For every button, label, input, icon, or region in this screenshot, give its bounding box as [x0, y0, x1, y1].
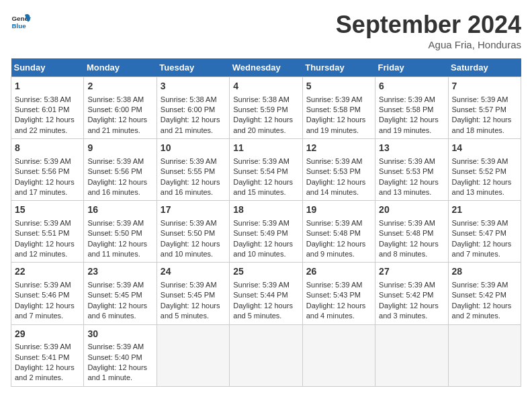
sunset-text: Sunset: 5:45 PM	[161, 291, 215, 299]
daylight-text: Daylight: 12 hours and 14 minutes.	[306, 178, 366, 196]
sunset-text: Sunset: 5:53 PM	[306, 167, 361, 175]
logo: General Blue	[11, 11, 31, 31]
sunrise-text: Sunrise: 5:39 AM	[306, 219, 363, 227]
table-row: 1Sunrise: 5:38 AMSunset: 6:01 PMDaylight…	[11, 77, 84, 139]
sunset-text: Sunset: 5:48 PM	[379, 229, 433, 237]
table-row: 5Sunrise: 5:39 AMSunset: 5:58 PMDaylight…	[302, 77, 375, 139]
daylight-text: Daylight: 12 hours and 8 minutes.	[379, 240, 439, 258]
day-number: 30	[87, 328, 152, 341]
sunrise-text: Sunrise: 5:39 AM	[15, 157, 71, 165]
day-number: 20	[379, 203, 444, 217]
sunrise-text: Sunrise: 5:39 AM	[379, 281, 435, 289]
table-row: 30Sunrise: 5:39 AMSunset: 5:40 PMDayligh…	[84, 324, 157, 386]
sunset-text: Sunset: 5:50 PM	[87, 229, 142, 237]
table-row: 17Sunrise: 5:39 AMSunset: 5:50 PMDayligh…	[157, 201, 229, 263]
col-friday: Friday	[375, 58, 448, 77]
sunrise-text: Sunrise: 5:39 AM	[233, 157, 290, 165]
daylight-text: Daylight: 12 hours and 16 minutes.	[87, 178, 147, 196]
table-row: 26Sunrise: 5:39 AMSunset: 5:43 PMDayligh…	[302, 263, 375, 324]
daylight-text: Daylight: 12 hours and 17 minutes.	[15, 178, 75, 196]
day-number: 26	[306, 265, 371, 279]
table-row	[157, 324, 229, 386]
daylight-text: Daylight: 12 hours and 19 minutes.	[306, 116, 366, 134]
sunset-text: Sunset: 5:59 PM	[233, 105, 287, 113]
table-row: 22Sunrise: 5:39 AMSunset: 5:46 PMDayligh…	[11, 263, 84, 324]
daylight-text: Daylight: 12 hours and 5 minutes.	[161, 302, 220, 320]
day-number: 28	[452, 265, 517, 279]
table-row	[448, 324, 521, 386]
sunset-text: Sunset: 6:01 PM	[15, 105, 69, 113]
day-number: 2	[87, 80, 152, 93]
daylight-text: Daylight: 12 hours and 9 minutes.	[306, 240, 366, 258]
day-number: 3	[161, 80, 226, 93]
sunrise-text: Sunrise: 5:39 AM	[161, 281, 217, 289]
table-row: 18Sunrise: 5:39 AMSunset: 5:49 PMDayligh…	[230, 201, 302, 263]
sunrise-text: Sunrise: 5:39 AM	[233, 219, 290, 227]
day-number: 6	[379, 80, 444, 93]
table-row: 14Sunrise: 5:39 AMSunset: 5:52 PMDayligh…	[448, 139, 521, 201]
day-number: 8	[15, 142, 80, 155]
sunset-text: Sunset: 5:41 PM	[15, 353, 69, 361]
day-number: 19	[306, 203, 371, 217]
table-row: 9Sunrise: 5:39 AMSunset: 5:56 PMDaylight…	[84, 139, 157, 201]
sunset-text: Sunset: 6:00 PM	[161, 105, 215, 113]
daylight-text: Daylight: 12 hours and 16 minutes.	[161, 178, 220, 196]
sunset-text: Sunset: 5:53 PM	[379, 167, 433, 175]
sunset-text: Sunset: 5:40 PM	[87, 353, 142, 361]
logo-icon: General Blue	[11, 11, 31, 31]
calendar-week-row: 1Sunrise: 5:38 AMSunset: 6:01 PMDaylight…	[11, 77, 521, 139]
sunrise-text: Sunrise: 5:39 AM	[452, 95, 508, 103]
table-row: 27Sunrise: 5:39 AMSunset: 5:42 PMDayligh…	[375, 263, 448, 324]
sunset-text: Sunset: 5:45 PM	[87, 291, 142, 299]
sunset-text: Sunset: 5:48 PM	[306, 229, 361, 237]
sunset-text: Sunset: 5:43 PM	[306, 291, 361, 299]
sunset-text: Sunset: 6:00 PM	[87, 105, 142, 113]
sunset-text: Sunset: 5:50 PM	[161, 229, 215, 237]
col-saturday: Saturday	[448, 58, 521, 77]
sunrise-text: Sunrise: 5:39 AM	[233, 281, 290, 289]
table-row: 6Sunrise: 5:39 AMSunset: 5:58 PMDaylight…	[375, 77, 448, 139]
daylight-text: Daylight: 12 hours and 22 minutes.	[15, 116, 75, 134]
table-row: 11Sunrise: 5:39 AMSunset: 5:54 PMDayligh…	[230, 139, 302, 201]
table-row: 2Sunrise: 5:38 AMSunset: 6:00 PMDaylight…	[84, 77, 157, 139]
daylight-text: Daylight: 12 hours and 2 minutes.	[15, 363, 75, 381]
day-number: 15	[15, 203, 80, 217]
daylight-text: Daylight: 12 hours and 11 minutes.	[87, 240, 147, 258]
sunset-text: Sunset: 5:55 PM	[161, 167, 215, 175]
table-row: 3Sunrise: 5:38 AMSunset: 6:00 PMDaylight…	[157, 77, 229, 139]
table-row: 13Sunrise: 5:39 AMSunset: 5:53 PMDayligh…	[375, 139, 448, 201]
daylight-text: Daylight: 12 hours and 7 minutes.	[452, 240, 512, 258]
table-row: 7Sunrise: 5:39 AMSunset: 5:57 PMDaylight…	[448, 77, 521, 139]
sunrise-text: Sunrise: 5:39 AM	[161, 157, 217, 165]
sunrise-text: Sunrise: 5:39 AM	[452, 157, 508, 165]
table-row: 20Sunrise: 5:39 AMSunset: 5:48 PMDayligh…	[375, 201, 448, 263]
daylight-text: Daylight: 12 hours and 18 minutes.	[452, 116, 512, 134]
daylight-text: Daylight: 12 hours and 12 minutes.	[15, 240, 75, 258]
sunset-text: Sunset: 5:56 PM	[87, 167, 142, 175]
day-number: 14	[452, 142, 517, 155]
day-number: 21	[452, 203, 517, 217]
col-wednesday: Wednesday	[230, 58, 302, 77]
daylight-text: Daylight: 12 hours and 2 minutes.	[452, 302, 512, 320]
table-row: 15Sunrise: 5:39 AMSunset: 5:51 PMDayligh…	[11, 201, 84, 263]
title-area: September 2024 Agua Fria, Honduras	[336, 11, 521, 50]
day-number: 11	[233, 142, 298, 155]
day-number: 13	[379, 142, 444, 155]
calendar-week-row: 29Sunrise: 5:39 AMSunset: 5:41 PMDayligh…	[11, 324, 521, 386]
daylight-text: Daylight: 12 hours and 13 minutes.	[379, 178, 439, 196]
sunrise-text: Sunrise: 5:39 AM	[161, 219, 217, 227]
sunrise-text: Sunrise: 5:39 AM	[379, 157, 435, 165]
table-row: 4Sunrise: 5:38 AMSunset: 5:59 PMDaylight…	[230, 77, 302, 139]
table-row: 24Sunrise: 5:39 AMSunset: 5:45 PMDayligh…	[157, 263, 229, 324]
calendar-week-row: 22Sunrise: 5:39 AMSunset: 5:46 PMDayligh…	[11, 263, 521, 324]
daylight-text: Daylight: 12 hours and 19 minutes.	[379, 116, 439, 134]
calendar-body: 1Sunrise: 5:38 AMSunset: 6:01 PMDaylight…	[11, 77, 521, 387]
sunset-text: Sunset: 5:47 PM	[452, 229, 506, 237]
daylight-text: Daylight: 12 hours and 1 minute.	[87, 363, 147, 381]
day-number: 18	[233, 203, 298, 217]
sunset-text: Sunset: 5:58 PM	[379, 105, 433, 113]
day-number: 23	[87, 265, 152, 279]
sunrise-text: Sunrise: 5:39 AM	[379, 95, 435, 103]
sunrise-text: Sunrise: 5:39 AM	[452, 281, 508, 289]
month-title: September 2024	[336, 11, 521, 39]
